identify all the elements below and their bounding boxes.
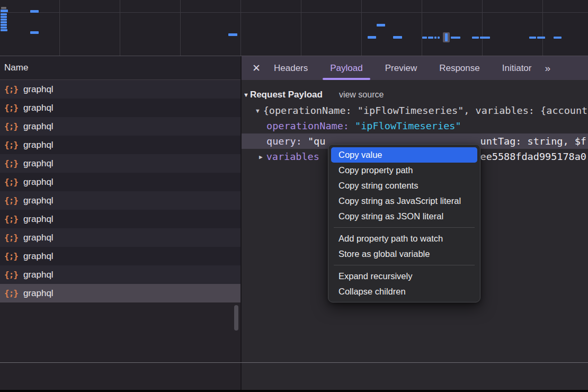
overview-gridline bbox=[482, 0, 483, 56]
request-row[interactable]: {;}graphql bbox=[0, 247, 240, 265]
json-braces-icon: {;} bbox=[4, 288, 18, 298]
menu-item-copy-value[interactable]: Copy value bbox=[331, 147, 477, 163]
tab-payload[interactable]: Payload bbox=[319, 56, 373, 80]
overview-selected-request-marker bbox=[443, 32, 450, 42]
menu-item-expand-recursively[interactable]: Expand recursively bbox=[331, 269, 477, 284]
network-timeline-bar bbox=[1, 13, 7, 15]
menu-item-add-property-path-to-watch[interactable]: Add property path to watch bbox=[331, 231, 477, 246]
network-timeline-bar bbox=[1, 26, 7, 29]
request-name: graphql bbox=[23, 158, 54, 169]
network-timeline-bar bbox=[554, 37, 562, 39]
request-row[interactable]: {;}graphql bbox=[0, 80, 240, 99]
request-row[interactable]: {;}graphql bbox=[0, 265, 240, 284]
caret-down-icon[interactable]: ▼ bbox=[256, 108, 260, 114]
tab-response[interactable]: Response bbox=[428, 56, 491, 80]
property-key: query: bbox=[266, 136, 302, 147]
overview-gridline bbox=[542, 0, 543, 56]
overview-gridline bbox=[240, 0, 241, 56]
network-timeline-bar bbox=[393, 36, 402, 39]
property-value: "ipFlowTimeseries" bbox=[355, 120, 461, 131]
list-scrollbar-thumb[interactable] bbox=[234, 305, 238, 331]
overview-gridline bbox=[180, 0, 181, 56]
json-braces-icon: {;} bbox=[4, 103, 18, 113]
caret-right-icon[interactable]: ▶ bbox=[259, 154, 263, 161]
request-list-panel: Name {;}graphql {;}graphql {;}graphql {;… bbox=[0, 56, 242, 390]
network-timeline-bar bbox=[451, 37, 460, 39]
section-title: Request Payload bbox=[250, 90, 323, 100]
request-list: {;}graphql {;}graphql {;}graphql {;}grap… bbox=[0, 80, 240, 302]
property-value-end: untTag: string, $f bbox=[480, 133, 586, 149]
overview-gridline bbox=[120, 0, 120, 56]
network-timeline-bar bbox=[480, 37, 490, 39]
name-column-label: Name bbox=[4, 63, 28, 73]
network-timeline-bar bbox=[428, 37, 433, 39]
request-row-selected[interactable]: {;}graphql bbox=[0, 284, 240, 302]
json-braces-icon: {;} bbox=[4, 233, 18, 243]
network-timeline-bar bbox=[1, 21, 7, 23]
request-row[interactable]: {;}graphql bbox=[0, 173, 240, 191]
menu-item-copy-string-json-literal[interactable]: Copy string as JSON literal bbox=[331, 209, 477, 224]
menu-item-store-as-global-variable[interactable]: Store as global variable bbox=[331, 246, 477, 262]
json-braces-icon: {;} bbox=[4, 84, 18, 94]
tab-initiator[interactable]: Initiator bbox=[491, 56, 543, 80]
request-name: graphql bbox=[23, 140, 54, 150]
devtools-network-panel: Name {;}graphql {;}graphql {;}graphql {;… bbox=[0, 0, 588, 392]
overview-gridline bbox=[301, 0, 301, 56]
request-row[interactable]: {;}graphql bbox=[0, 210, 240, 228]
more-tabs-icon[interactable]: » bbox=[545, 56, 549, 80]
menu-item-collapse-children[interactable]: Collapse children bbox=[331, 284, 477, 299]
tab-headers[interactable]: Headers bbox=[263, 56, 319, 80]
request-name: graphql bbox=[23, 233, 54, 243]
context-menu: Copy value Copy property path Copy strin… bbox=[328, 144, 480, 302]
request-payload-header[interactable]: ▼ Request Payload view source bbox=[242, 87, 588, 103]
network-timeline-bar bbox=[30, 10, 39, 13]
network-timeline-bar bbox=[472, 37, 479, 39]
request-row[interactable]: {;}graphql bbox=[0, 117, 240, 136]
json-braces-icon: {;} bbox=[4, 251, 18, 261]
request-row[interactable]: {;}graphql bbox=[0, 99, 240, 117]
details-tab-bar: ✕ Headers Payload Preview Response Initi… bbox=[242, 56, 588, 80]
request-row[interactable]: {;}graphql bbox=[0, 228, 240, 247]
request-name: graphql bbox=[23, 103, 54, 113]
network-overview[interactable] bbox=[0, 0, 588, 56]
tree-row-operationName[interactable]: operationName: "ipFlowTimeseries" bbox=[242, 118, 588, 133]
name-column-header[interactable]: Name bbox=[0, 56, 240, 80]
json-braces-icon: {;} bbox=[4, 270, 18, 280]
tab-preview[interactable]: Preview bbox=[374, 56, 428, 80]
json-braces-icon: {;} bbox=[4, 158, 18, 168]
network-timeline-bar bbox=[1, 19, 7, 21]
collapse-caret-icon[interactable]: ▼ bbox=[243, 92, 249, 98]
overview-gridline bbox=[0, 12, 588, 13]
request-name: graphql bbox=[23, 195, 54, 206]
menu-item-copy-property-path[interactable]: Copy property path bbox=[331, 163, 477, 178]
json-braces-icon: {;} bbox=[4, 195, 18, 206]
close-icon[interactable]: ✕ bbox=[250, 56, 263, 80]
network-timeline-bar bbox=[438, 37, 440, 39]
request-row[interactable]: {;}graphql bbox=[0, 136, 240, 154]
request-name: graphql bbox=[23, 177, 54, 188]
network-timeline-bar bbox=[1, 7, 6, 9]
request-name: graphql bbox=[23, 121, 54, 132]
menu-item-copy-string-contents[interactable]: Copy string contents bbox=[331, 178, 477, 193]
panel-bottom-divider bbox=[0, 362, 588, 363]
network-timeline-bar bbox=[537, 37, 545, 39]
json-braces-icon: {;} bbox=[4, 177, 18, 187]
network-timeline-bar bbox=[1, 16, 7, 18]
network-timeline-bar bbox=[1, 29, 7, 31]
network-timeline-bar bbox=[422, 37, 427, 39]
menu-item-copy-string-js-literal[interactable]: Copy string as JavaScript literal bbox=[331, 193, 477, 209]
property-key: operationName: bbox=[266, 120, 349, 131]
overview-gridline bbox=[361, 0, 362, 56]
window-bottom-edge bbox=[0, 390, 588, 392]
overview-gridline bbox=[59, 0, 60, 56]
request-row[interactable]: {;}graphql bbox=[0, 154, 240, 173]
view-source-link[interactable]: view source bbox=[339, 90, 384, 100]
property-value-end: ee5588fdad995178a0 bbox=[480, 149, 586, 164]
request-row[interactable]: {;}graphql bbox=[0, 191, 240, 210]
request-name: graphql bbox=[23, 288, 54, 299]
network-timeline-bar bbox=[30, 31, 39, 34]
request-name: graphql bbox=[23, 84, 54, 95]
tree-root-row[interactable]: ▼{operationName: "ipFlowTimeseries", var… bbox=[242, 103, 588, 118]
network-timeline-bar bbox=[434, 37, 436, 39]
network-timeline-bar bbox=[377, 24, 385, 26]
